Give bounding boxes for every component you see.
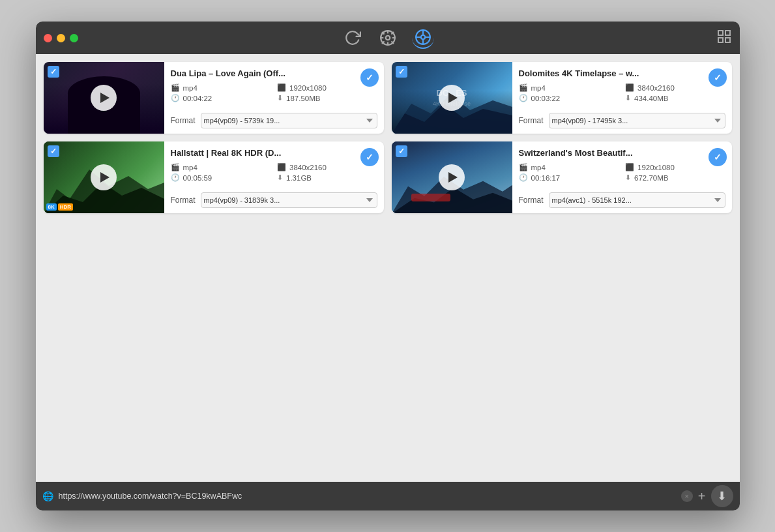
- thumbnail-v1: ✓: [44, 62, 164, 134]
- clock-icon: 🕐: [171, 94, 180, 102]
- meta-resolution-v3: ⬛ 3840x2160: [277, 163, 377, 171]
- app-window: ✓ Dua Lipa – Love Again (Off... 🎬 mp4: [36, 22, 740, 510]
- meta-format-v2: 🎬 mp4: [519, 83, 619, 92]
- meta-duration-v2: 🕐 00:03:22: [519, 94, 619, 102]
- nav-icons: [342, 27, 434, 49]
- url-add-button[interactable]: +: [698, 489, 706, 504]
- grid-view-icon[interactable]: [716, 29, 732, 48]
- video-meta-v4: 🎬 mp4 ⬛ 1920x1080 🕐 00:16:17 ⬇: [519, 163, 725, 182]
- download-arrow-icon: ⬇: [717, 489, 727, 503]
- check-button-v2[interactable]: ✓: [709, 68, 727, 87]
- play-button-v2[interactable]: [439, 85, 465, 111]
- format-select-v2[interactable]: mp4(vp09) - 17495k 3...: [549, 113, 725, 128]
- meta-format-v4: 🎬 mp4: [519, 163, 619, 171]
- play-button-v1[interactable]: [91, 85, 117, 111]
- video-info-v4: Switzerland's Most Beautif... 🎬 mp4 ⬛ 19…: [512, 141, 732, 213]
- video-card-v3: 8K HDR ✓ Hallstatt | Real 8K HDR (D... 🎬: [44, 141, 384, 213]
- video-meta-v2: 🎬 mp4 ⬛ 3840x2160 🕐 00:03:22 ⬇: [519, 83, 725, 102]
- film-icon-v4: 🎬: [519, 163, 528, 171]
- meta-duration-v3: 🕐 00:05:59: [171, 173, 271, 182]
- meta-format-v1: 🎬 mp4: [171, 83, 271, 92]
- checkbox-v3[interactable]: ✓: [48, 145, 59, 157]
- film-icon-v2: 🎬: [519, 83, 528, 92]
- nav-media-icon[interactable]: [412, 27, 434, 49]
- clock-icon-v3: 🕐: [171, 173, 180, 182]
- nav-refresh-icon[interactable]: [342, 27, 364, 49]
- resolution-icon-v3: ⬛: [277, 163, 286, 171]
- format-select-v3[interactable]: mp4(vp09) - 31839k 3...: [201, 192, 377, 208]
- resolution-icon: ⬛: [277, 83, 286, 92]
- format-row-v3: Format mp4(vp09) - 31839k 3...: [171, 192, 377, 208]
- meta-resolution-v1: ⬛ 1920x1080: [277, 83, 377, 92]
- video-title-v2: Dolomites 4K Timelapse – w...: [519, 68, 725, 78]
- download-icon-v3: ⬇: [277, 173, 283, 182]
- film-icon-v3: 🎬: [171, 163, 180, 171]
- meta-format-v3: 🎬 mp4: [171, 163, 271, 171]
- maximize-button[interactable]: [70, 34, 78, 42]
- play-button-v3[interactable]: [91, 164, 117, 190]
- nav-settings-icon[interactable]: [377, 27, 399, 49]
- bottom-bar: 🌐 × + ⬇: [36, 482, 740, 510]
- clock-icon-v4: 🕐: [519, 173, 528, 182]
- svg-rect-16: [718, 31, 723, 35]
- check-button-v1[interactable]: ✓: [360, 68, 379, 87]
- format-select-v1[interactable]: mp4(vp09) - 5739k 19...: [201, 113, 377, 128]
- download-button[interactable]: ⬇: [711, 485, 733, 507]
- video-title-v3: Hallstatt | Real 8K HDR (D...: [171, 148, 377, 158]
- thumbnail-v3: 8K HDR ✓: [44, 141, 164, 213]
- clock-icon-v2: 🕐: [519, 94, 528, 102]
- video-card-v4: ✓ Switzerland's Most Beautif... 🎬 mp4: [392, 141, 732, 213]
- thumbnail-v2: DC ES4K Timelapse ✓: [392, 62, 512, 134]
- play-button-v4[interactable]: [439, 164, 465, 190]
- format-label-v2: Format: [519, 116, 544, 125]
- minimize-button[interactable]: [57, 34, 65, 42]
- format-row-v4: Format mp4(avc1) - 5515k 192...: [519, 192, 725, 208]
- titlebar-right: [716, 29, 732, 48]
- url-clear-button[interactable]: ×: [681, 490, 693, 502]
- meta-filesize-v1: ⬇ 187.50MB: [277, 94, 377, 102]
- main-content: ✓ Dua Lipa – Love Again (Off... 🎬 mp4: [36, 54, 740, 482]
- download-icon: ⬇: [277, 94, 283, 102]
- format-row-v2: Format mp4(vp09) - 17495k 3...: [519, 113, 725, 128]
- check-button-v3[interactable]: ✓: [360, 148, 379, 166]
- checkbox-v1[interactable]: ✓: [48, 66, 59, 78]
- svg-rect-19: [725, 38, 730, 42]
- url-input[interactable]: [59, 492, 676, 501]
- video-card-v2: DC ES4K Timelapse ✓ Dolomites 4K Timelap…: [392, 62, 732, 134]
- meta-filesize-v4: ⬇ 672.70MB: [625, 173, 725, 182]
- format-label-v3: Format: [171, 196, 196, 205]
- video-info-v3: Hallstatt | Real 8K HDR (D... 🎬 mp4 ⬛ 38…: [164, 141, 384, 213]
- thumbnail-v4: ✓: [392, 141, 512, 213]
- video-title-v4: Switzerland's Most Beautif...: [519, 148, 725, 158]
- meta-duration-v1: 🕐 00:04:22: [171, 94, 271, 102]
- close-button[interactable]: [44, 34, 52, 42]
- format-label-v1: Format: [171, 116, 196, 125]
- svg-rect-17: [725, 31, 730, 35]
- hdr-badge-v3: 8K HDR: [46, 203, 74, 211]
- meta-resolution-v2: ⬛ 3840x2160: [625, 83, 725, 92]
- video-grid: ✓ Dua Lipa – Love Again (Off... 🎬 mp4: [44, 62, 732, 213]
- resolution-icon-v2: ⬛: [625, 83, 634, 92]
- video-meta-v1: 🎬 mp4 ⬛ 1920x1080 🕐 00:04:22 ⬇: [171, 83, 377, 102]
- meta-filesize-v2: ⬇ 434.40MB: [625, 94, 725, 102]
- download-icon-v4: ⬇: [625, 173, 631, 182]
- format-select-v4[interactable]: mp4(avc1) - 5515k 192...: [549, 192, 725, 208]
- video-card-v1: ✓ Dua Lipa – Love Again (Off... 🎬 mp4: [44, 62, 384, 134]
- video-info-v1: Dua Lipa – Love Again (Off... 🎬 mp4 ⬛ 19…: [164, 62, 384, 134]
- film-icon: 🎬: [171, 83, 180, 92]
- url-icon: 🌐: [42, 491, 53, 501]
- checkbox-v4[interactable]: ✓: [396, 145, 407, 157]
- format-row-v1: Format mp4(vp09) - 5739k 19...: [171, 113, 377, 128]
- meta-duration-v4: 🕐 00:16:17: [519, 173, 619, 182]
- video-title-v1: Dua Lipa – Love Again (Off...: [171, 68, 377, 78]
- titlebar: [36, 22, 740, 54]
- traffic-lights: [44, 34, 78, 42]
- checkbox-v2[interactable]: ✓: [396, 66, 407, 78]
- check-button-v4[interactable]: ✓: [709, 148, 727, 166]
- meta-resolution-v4: ⬛ 1920x1080: [625, 163, 725, 171]
- video-meta-v3: 🎬 mp4 ⬛ 3840x2160 🕐 00:05:59 ⬇: [171, 163, 377, 182]
- format-label-v4: Format: [519, 196, 544, 205]
- video-info-v2: Dolomites 4K Timelapse – w... 🎬 mp4 ⬛ 38…: [512, 62, 732, 134]
- svg-point-1: [385, 36, 390, 40]
- download-icon-v2: ⬇: [625, 94, 631, 102]
